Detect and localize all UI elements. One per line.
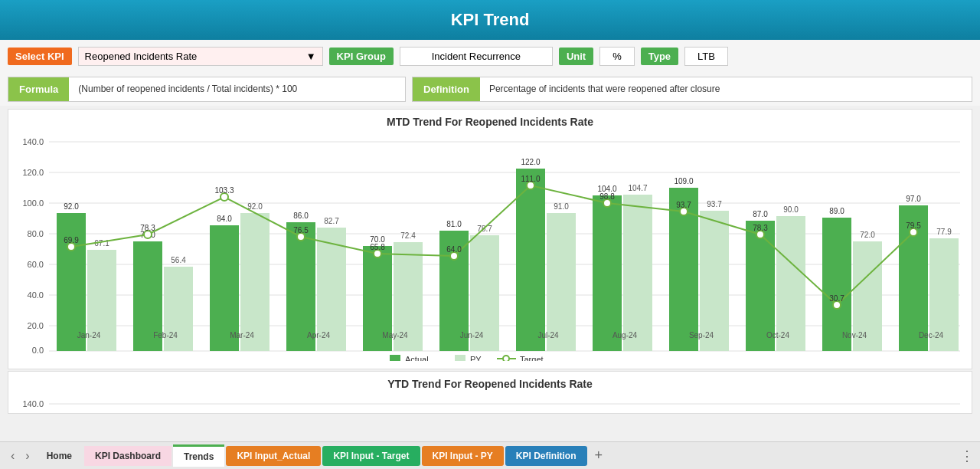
controls-row: Select KPI Reopened Incidents Rate ▼ KPI… [0,40,980,72]
kpi-dropdown[interactable]: Reopened Incidents Rate ▼ [78,47,323,66]
formula-label: Formula [8,77,69,101]
legend-target-dot [503,356,509,361]
svg-text:30.7: 30.7 [829,294,844,303]
svg-text:86.0: 86.0 [293,212,309,220]
svg-text:79.5: 79.5 [906,221,921,230]
tab-kpi-input-actual[interactable]: KPI Input_Actual [226,446,321,466]
svg-text:93.7: 93.7 [707,200,722,208]
svg-text:84.0: 84.0 [217,215,232,223]
svg-text:Jan-24: Jan-24 [77,331,101,339]
svg-text:140.0: 140.0 [22,137,44,146]
formula-definition-row: Formula (Number of reopened incidents / … [0,72,980,106]
legend-actual-label: Actual [405,355,429,361]
mtd-chart-title: MTD Trend For Reopened Incidents Rate [15,116,965,128]
tab-kpi-input-target[interactable]: KPI Input - Target [322,446,420,466]
svg-text:Jun-24: Jun-24 [460,331,484,339]
svg-text:90.0: 90.0 [783,205,799,214]
mtd-chart-container: MTD Trend For Reopened Incidents Rate 14… [8,109,972,369]
svg-text:100.0: 100.0 [22,198,44,208]
mtd-chart-svg: 140.0 120.0 100.0 80.0 60.0 40.0 20.0 0.… [15,131,964,361]
type-label: Type [641,48,678,65]
svg-text:78.3: 78.3 [140,224,155,232]
svg-text:78.3: 78.3 [753,224,768,232]
kpi-group-label: KPI Group [329,48,394,65]
ytd-chart-svg: 140.0 [15,393,964,415]
svg-text:Dec-24: Dec-24 [919,331,944,339]
svg-text:60.0: 60.0 [28,260,44,269]
bar-actual-jul [516,169,545,351]
svg-text:82.7: 82.7 [324,217,339,225]
unit-value: % [599,47,635,66]
svg-text:97.0: 97.0 [906,195,921,203]
svg-text:72.0: 72.0 [860,231,875,239]
chevron-down-icon: ▼ [306,51,316,62]
tab-more-icon[interactable]: ⋮ [960,448,974,464]
svg-text:40.0: 40.0 [28,290,44,300]
ytd-chart-title: YTD Trend For Reopened Incidents Rate [15,378,965,390]
legend-py-label: PY [470,355,482,361]
svg-text:Feb-24: Feb-24 [153,331,178,339]
definition-box: Definition Percentage of incidents that … [412,77,972,102]
svg-text:77.9: 77.9 [936,228,952,236]
svg-text:Sep-24: Sep-24 [689,331,714,339]
svg-text:122.0: 122.0 [521,158,540,166]
legend-py-icon [455,355,466,361]
tab-kpi-definition[interactable]: KPI Definition [505,446,587,466]
svg-text:Nov-24: Nov-24 [842,331,867,339]
svg-text:0.0: 0.0 [32,346,44,355]
svg-text:81.0: 81.0 [446,220,462,228]
svg-text:56.4: 56.4 [171,256,186,264]
formula-text: (Number of reopened incidents / Total in… [69,79,306,99]
tab-trends[interactable]: Trends [173,444,224,467]
svg-text:69.9: 69.9 [64,236,79,244]
svg-text:Oct-24: Oct-24 [766,331,789,339]
svg-text:Mar-24: Mar-24 [230,331,254,339]
kpi-group-value: Incident Recurrence [400,47,553,66]
bar-actual-aug [593,195,622,351]
svg-text:98.8: 98.8 [599,192,615,201]
tab-kpi-input-py[interactable]: KPI Input - PY [422,446,504,466]
tab-add-icon[interactable]: + [589,448,609,464]
svg-text:89.0: 89.0 [829,207,844,215]
svg-text:109.0: 109.0 [674,177,693,185]
svg-text:76.5: 76.5 [293,226,309,235]
svg-text:87.0: 87.0 [753,210,768,218]
definition-label: Definition [413,77,480,101]
svg-text:103.3: 103.3 [214,186,234,195]
svg-text:140.0: 140.0 [22,399,44,408]
tab-nav-left[interactable]: ‹ [6,449,19,463]
svg-text:104.7: 104.7 [628,184,647,192]
legend-target-label: Target [520,355,544,361]
svg-text:Apr-24: Apr-24 [307,331,330,339]
svg-text:93.7: 93.7 [676,201,691,209]
bar-py-mar [240,213,270,351]
bottom-tabs: ‹ › Home KPI Dashboard Trends KPI Input_… [0,441,980,469]
svg-text:72.4: 72.4 [400,231,416,240]
tab-home[interactable]: Home [36,446,83,466]
svg-text:111.0: 111.0 [521,175,540,183]
svg-text:Jul-24: Jul-24 [537,331,559,339]
bar-py-jul [547,213,576,351]
bar-py-sep [700,211,729,351]
formula-box: Formula (Number of reopened incidents / … [8,77,406,102]
svg-text:May-24: May-24 [382,331,408,339]
svg-text:20.0: 20.0 [28,321,44,330]
tab-kpi-dashboard[interactable]: KPI Dashboard [84,446,172,466]
svg-text:92.0: 92.0 [64,202,79,211]
svg-text:91.0: 91.0 [554,202,569,211]
ytd-chart-container: YTD Trend For Reopened Incidents Rate 14… [8,371,972,414]
tab-nav-right[interactable]: › [21,449,34,463]
svg-text:Aug-24: Aug-24 [612,331,638,339]
svg-text:120.0: 120.0 [22,168,44,177]
select-kpi-label: Select KPI [8,48,72,65]
bar-actual-jan [57,213,86,351]
page-header: KPI Trend [0,0,980,40]
svg-text:64.0: 64.0 [446,245,462,254]
kpi-dropdown-value: Reopened Incidents Rate [85,51,198,62]
unit-label: Unit [559,48,593,65]
legend-actual-icon [390,355,400,361]
type-value: LTB [684,47,728,66]
svg-text:80.0: 80.0 [28,229,44,238]
svg-text:65.8: 65.8 [370,243,385,251]
bar-py-aug [623,195,652,351]
